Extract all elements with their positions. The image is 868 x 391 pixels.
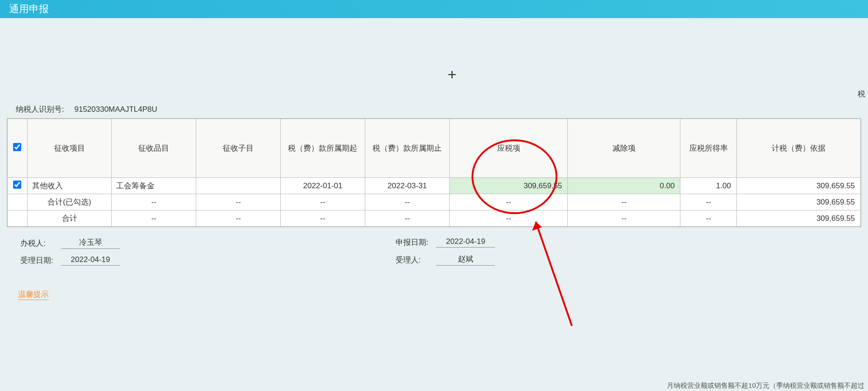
cell-item: 合计 [27,210,112,227]
handler-label: 办税人: [20,238,61,248]
cell-prod: 工会筹备金 [112,178,196,194]
cell-rate: -- [680,210,737,227]
header-ded: 减除项 [568,119,680,178]
cell-tax: -- [449,210,568,227]
declare-date-row: 申报日期: 2022-04-19 [396,237,861,248]
cell-rate: 1.00 [680,178,737,194]
header-checkbox-cell[interactable] [8,119,28,178]
app-header: 通用申报 [0,0,868,18]
row-checkbox-cell[interactable] [8,178,28,194]
table-row: 其他收入 工会筹备金 2022-01-01 2022-03-31 309,659… [8,178,861,194]
taxpayer-id-value: 91520330MAAJTL4P8U [74,105,157,114]
cell-start: -- [281,194,365,210]
accept-date-row: 受理日期: 2022-04-19 [20,255,382,266]
header-start: 税（费）款所属期起 [281,119,365,178]
declare-date-label: 申报日期: [396,237,436,248]
cell-prod: -- [112,194,196,210]
acceptor-value[interactable]: 赵斌 [436,254,495,266]
header-end: 税（费）款所属期止 [365,119,449,178]
handler-row: 办税人: 冷玉琴 [20,237,382,249]
header-tax: 应税项 [449,119,568,178]
cell-end: -- [365,210,449,227]
table-row: 合计(已勾选) -- -- -- -- -- -- -- 309,659.55 [8,194,861,210]
cell-ded: -- [568,210,680,227]
cell-sub: -- [196,194,281,210]
cell-end: 2022-03-31 [365,178,449,194]
cell-ded[interactable]: 0.00 [568,178,680,194]
declare-date-value[interactable]: 2022-04-19 [436,237,495,248]
cell-basis: 309,659.55 [736,178,860,194]
table-row: 合计 -- -- -- -- -- -- -- 309,659.55 [8,210,861,227]
taxpayer-id-label: 纳税人识别号: [16,104,64,114]
header-basis: 计税（费）依据 [736,119,860,178]
header-item: 征收项目 [27,119,112,178]
footer-fields: 办税人: 冷玉琴 受理日期: 2022-04-19 申报日期: 2022-04-… [7,237,861,272]
table-header-row: 征收项目 征收品目 征收子目 税（费）款所属期起 税（费）款所属期止 应税项 减… [8,119,861,178]
accept-date-value[interactable]: 2022-04-19 [61,255,120,266]
bottom-cutoff-text: 月纳税营业额或销售额不超10万元（季纳税营业额或销售额不超过 [667,381,864,390]
cell-start: -- [281,210,365,227]
tax-table: 征收项目 征收品目 征收子目 税（费）款所属期起 税（费）款所属期止 应税项 减… [7,118,861,227]
header-sub: 征收子目 [196,119,281,178]
cell-prod: -- [112,210,196,227]
cell-item: 其他收入 [27,178,112,194]
warm-tip-link[interactable]: 温馨提示 [18,289,49,300]
content-area: + 税 纳税人识别号: 91520330MAAJTL4P8U 征收项目 征收品目… [0,18,868,300]
footer-right: 申报日期: 2022-04-19 受理人: 赵斌 [382,237,861,272]
row-checkbox[interactable] [13,181,21,189]
acceptor-row: 受理人: 赵斌 [396,254,861,266]
accept-date-label: 受理日期: [20,255,61,266]
cell-start: 2022-01-01 [281,178,365,194]
cell-sub: -- [196,210,281,227]
cell-end: -- [365,194,449,210]
cell-item: 合计(已勾选) [27,194,112,210]
cell-rate: -- [680,194,737,210]
taxpayer-id-row: 纳税人识别号: 91520330MAAJTL4P8U [7,27,861,118]
cell-tax[interactable]: 309,659.55 [449,178,568,194]
footer-left: 办税人: 冷玉琴 受理日期: 2022-04-19 [7,237,382,272]
cell-basis: 309,659.55 [736,194,860,210]
acceptor-label: 受理人: [396,255,436,265]
cell-ded: -- [568,194,680,210]
cell-sub [196,178,281,194]
row-checkbox-cell [8,210,28,227]
header-title: 通用申报 [9,2,49,16]
header-rate: 应税所得率 [680,119,737,178]
cell-tax: -- [449,194,568,210]
row-checkbox-cell [8,194,28,210]
handler-value[interactable]: 冷玉琴 [61,237,120,249]
right-cutoff-label: 税 [858,89,865,99]
header-prod: 征收品目 [112,119,196,178]
select-all-checkbox[interactable] [13,143,21,151]
cell-basis: 309,659.55 [736,210,860,227]
